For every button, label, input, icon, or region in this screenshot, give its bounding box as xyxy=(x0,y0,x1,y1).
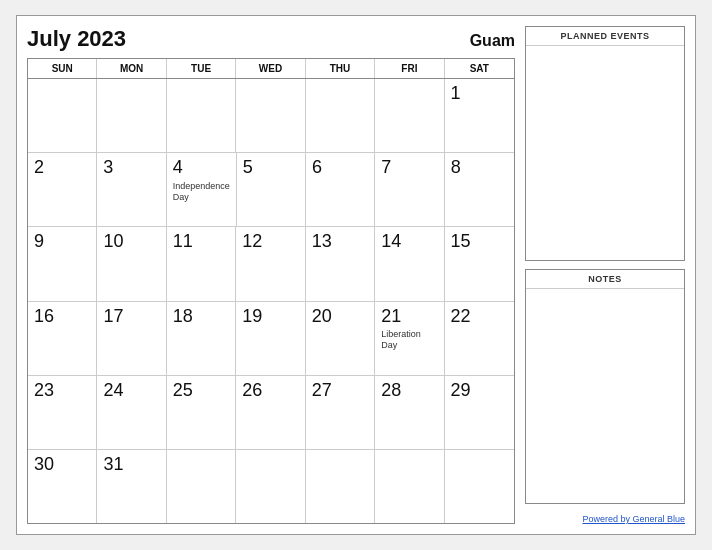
day-number: 7 xyxy=(381,157,391,179)
day-header-thu: THU xyxy=(306,59,375,78)
sidebar-planned-events: PLANNED EVENTS xyxy=(525,26,685,261)
day-cell-empty xyxy=(97,79,166,152)
day-number: 30 xyxy=(34,454,54,476)
day-cell-7: 7 xyxy=(375,153,444,226)
day-cell-10: 10 xyxy=(97,227,166,300)
day-number: 31 xyxy=(103,454,123,476)
day-number: 15 xyxy=(451,231,471,253)
day-cell-empty xyxy=(28,79,97,152)
day-cell-14: 14 xyxy=(375,227,444,300)
day-number: 25 xyxy=(173,380,193,402)
day-cell-8: 8 xyxy=(445,153,514,226)
day-cell-11: 11 xyxy=(167,227,236,300)
day-cell-6: 6 xyxy=(306,153,375,226)
day-number: 14 xyxy=(381,231,401,253)
day-header-fri: FRI xyxy=(375,59,444,78)
day-header-wed: WED xyxy=(236,59,305,78)
day-cell-30: 30 xyxy=(28,450,97,523)
day-number: 18 xyxy=(173,306,193,328)
day-cell-20: 20 xyxy=(306,302,375,375)
day-cell-empty xyxy=(236,79,305,152)
day-number: 5 xyxy=(243,157,253,179)
day-cell-22: 22 xyxy=(445,302,514,375)
calendar-sidebar: PLANNED EVENTS NOTES Powered by General … xyxy=(525,26,685,524)
day-number: 11 xyxy=(173,231,193,253)
day-cell-21: 21Liberation Day xyxy=(375,302,444,375)
day-number: 12 xyxy=(242,231,262,253)
day-cell-27: 27 xyxy=(306,376,375,449)
day-cell-23: 23 xyxy=(28,376,97,449)
planned-events-label: PLANNED EVENTS xyxy=(526,27,684,46)
day-event: Liberation Day xyxy=(381,329,437,351)
day-cell-24: 24 xyxy=(97,376,166,449)
day-number: 27 xyxy=(312,380,332,402)
calendar-grid: SUNMONTUEWEDTHUFRISAT 1234Independence D… xyxy=(27,58,515,524)
day-cell-empty xyxy=(445,450,514,523)
day-cell-26: 26 xyxy=(236,376,305,449)
day-headers-row: SUNMONTUEWEDTHUFRISAT xyxy=(28,59,514,79)
week-row-2: 9101112131415 xyxy=(28,227,514,301)
powered-by-link[interactable]: Powered by General Blue xyxy=(582,514,685,524)
day-cell-5: 5 xyxy=(237,153,306,226)
day-cell-15: 15 xyxy=(445,227,514,300)
day-cell-19: 19 xyxy=(236,302,305,375)
day-cell-empty xyxy=(306,450,375,523)
notes-content xyxy=(526,289,684,503)
day-number: 2 xyxy=(34,157,44,179)
day-number: 10 xyxy=(103,231,123,253)
day-number: 9 xyxy=(34,231,44,253)
day-number: 21 xyxy=(381,306,401,328)
day-number: 19 xyxy=(242,306,262,328)
day-cell-empty xyxy=(375,450,444,523)
day-number: 29 xyxy=(451,380,471,402)
day-number: 16 xyxy=(34,306,54,328)
day-header-sat: SAT xyxy=(445,59,514,78)
day-cell-28: 28 xyxy=(375,376,444,449)
day-number: 4 xyxy=(173,157,183,179)
weeks-container: 1234Independence Day56789101112131415161… xyxy=(28,79,514,523)
day-number: 13 xyxy=(312,231,332,253)
day-cell-2: 2 xyxy=(28,153,97,226)
day-number: 8 xyxy=(451,157,461,179)
day-cell-12: 12 xyxy=(236,227,305,300)
day-cell-empty xyxy=(236,450,305,523)
day-event: Independence Day xyxy=(173,181,230,203)
day-number: 22 xyxy=(451,306,471,328)
day-cell-1: 1 xyxy=(445,79,514,152)
day-cell-empty xyxy=(167,79,236,152)
day-cell-17: 17 xyxy=(97,302,166,375)
powered-by: Powered by General Blue xyxy=(525,514,685,524)
day-number: 20 xyxy=(312,306,332,328)
day-cell-18: 18 xyxy=(167,302,236,375)
day-cell-9: 9 xyxy=(28,227,97,300)
calendar-header: July 2023 Guam xyxy=(27,26,515,52)
day-cell-13: 13 xyxy=(306,227,375,300)
day-cell-31: 31 xyxy=(97,450,166,523)
day-cell-25: 25 xyxy=(167,376,236,449)
day-number: 24 xyxy=(103,380,123,402)
day-cell-4: 4Independence Day xyxy=(167,153,237,226)
week-row-5: 3031 xyxy=(28,450,514,523)
calendar-title: July 2023 xyxy=(27,26,126,52)
day-number: 28 xyxy=(381,380,401,402)
calendar-main: July 2023 Guam SUNMONTUEWEDTHUFRISAT 123… xyxy=(27,26,515,524)
day-cell-3: 3 xyxy=(97,153,166,226)
day-number: 1 xyxy=(451,83,461,105)
notes-label: NOTES xyxy=(526,270,684,289)
day-number: 17 xyxy=(103,306,123,328)
planned-events-content xyxy=(526,46,684,260)
week-row-1: 234Independence Day5678 xyxy=(28,153,514,227)
calendar-region: Guam xyxy=(470,32,515,50)
day-cell-16: 16 xyxy=(28,302,97,375)
day-number: 6 xyxy=(312,157,322,179)
day-header-sun: SUN xyxy=(28,59,97,78)
day-number: 3 xyxy=(103,157,113,179)
day-header-mon: MON xyxy=(97,59,166,78)
day-number: 26 xyxy=(242,380,262,402)
day-header-tue: TUE xyxy=(167,59,236,78)
day-cell-empty xyxy=(375,79,444,152)
day-number: 23 xyxy=(34,380,54,402)
week-row-4: 23242526272829 xyxy=(28,376,514,450)
day-cell-29: 29 xyxy=(445,376,514,449)
week-row-0: 1 xyxy=(28,79,514,153)
